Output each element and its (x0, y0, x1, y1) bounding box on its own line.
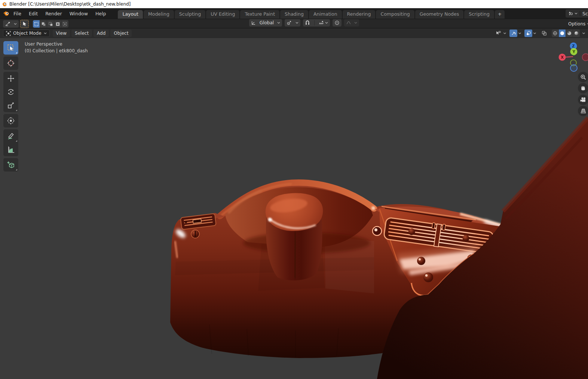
zoom-button[interactable] (578, 72, 588, 82)
chevron-down-icon (277, 21, 280, 24)
tab-geometry-nodes[interactable]: Geometry Nodes (415, 10, 463, 19)
tab-modeling[interactable]: Modeling (144, 10, 174, 19)
tool-transform[interactable] (3, 114, 18, 127)
chevron-down-icon (575, 12, 578, 15)
chevron-down-icon (295, 21, 298, 24)
chevron-down-icon (325, 21, 328, 24)
options-dropdown[interactable]: Options (566, 20, 588, 28)
tab-compositing[interactable]: Compositing (376, 10, 414, 19)
tab-texture-paint[interactable]: Texture Paint (240, 10, 279, 19)
workspace-tabs: Layout Modeling Sculpting UV Editing Tex… (118, 8, 505, 19)
pivot-point-dropdown[interactable] (285, 19, 300, 27)
tool-cursor[interactable] (3, 56, 18, 70)
gizmo-axis-z-neg[interactable] (570, 65, 577, 71)
chevron-down-icon[interactable] (582, 32, 585, 35)
menu-object[interactable]: Object (110, 30, 132, 37)
menu-help[interactable]: Help (92, 9, 110, 18)
toggle-orthographic-button[interactable] (578, 106, 588, 116)
scene-icon (568, 11, 573, 16)
perspective-grid-icon (580, 108, 587, 114)
menu-add[interactable]: Add (94, 30, 109, 37)
select-mode-extend[interactable] (40, 20, 47, 28)
active-tool-indicator-select-box[interactable] (20, 20, 29, 28)
chevron-down-icon[interactable] (503, 32, 506, 35)
3d-viewport[interactable]: User Perspective (0) Collection | etk800… (0, 38, 588, 379)
menu-view[interactable]: View (53, 30, 70, 37)
mode-dropdown[interactable]: Object Mode (3, 30, 50, 37)
tool-select-box[interactable] (3, 41, 18, 55)
add-cube-icon (7, 161, 15, 169)
tab-animation[interactable]: Animation (309, 10, 342, 19)
transform-orientation-dropdown[interactable]: Global (249, 19, 282, 27)
snap-toggle[interactable] (305, 20, 310, 25)
snap-increment-icon (318, 20, 324, 25)
shading-mode-segment (552, 30, 580, 37)
select-mode-subtract[interactable] (47, 20, 54, 28)
blender-window: Blender [C:\Users\Milen\Desktop\etk_dash… (0, 0, 588, 379)
pivot-icon (287, 20, 292, 25)
gizmo-axis-x-neg[interactable] (582, 54, 588, 61)
options-label: Options (568, 21, 585, 27)
viewport-header-right (494, 30, 585, 37)
tool-scale[interactable] (3, 99, 18, 112)
chevron-down-icon[interactable] (518, 32, 521, 35)
shading-rendered[interactable] (573, 30, 580, 37)
cursor-arrow-icon (22, 21, 27, 27)
chevron-down-icon (14, 22, 17, 25)
tab-scripting[interactable]: Scripting (464, 10, 494, 19)
move-icon (7, 74, 15, 83)
falloff-curve-icon (346, 20, 351, 25)
annotate-pen-icon (7, 132, 15, 140)
chevron-down-icon[interactable] (533, 32, 536, 35)
select-mode-set[interactable] (33, 20, 40, 28)
chevron-down-icon (44, 32, 47, 35)
object-visibility-dropdown[interactable] (494, 30, 502, 37)
navigation-gizmo[interactable]: Z Y X (554, 41, 588, 74)
snapping-widget (303, 19, 330, 27)
add-workspace-button[interactable]: + (495, 10, 505, 19)
tab-uv-editing[interactable]: UV Editing (206, 10, 239, 19)
tab-shading[interactable]: Shading (280, 10, 308, 19)
show-gizmo-toggle[interactable] (509, 30, 517, 37)
tab-layout[interactable]: Layout (118, 10, 143, 19)
shading-solid[interactable] (559, 30, 566, 37)
divider (314, 20, 315, 25)
blender-logo-icon[interactable] (3, 11, 10, 16)
menu-select[interactable]: Select (71, 30, 92, 37)
snap-target-dropdown[interactable] (318, 20, 328, 25)
tool-annotate[interactable] (3, 129, 18, 143)
camera-view-button[interactable] (578, 95, 588, 105)
scale-icon (7, 101, 15, 110)
pan-button[interactable] (578, 83, 588, 93)
menu-file[interactable]: File (10, 9, 25, 18)
toggle-xray[interactable] (540, 30, 548, 37)
scene-selector[interactable]: Sc (566, 9, 588, 18)
tool-measure[interactable] (3, 143, 18, 156)
camera-icon (580, 97, 587, 103)
gizmo-arrow-icon (511, 31, 516, 36)
menu-render[interactable]: Render (42, 9, 66, 18)
shading-wireframe[interactable] (552, 30, 559, 37)
3d-cursor-icon (7, 59, 15, 67)
active-object-path: (0) Collection | etk800_dash (25, 47, 88, 54)
start-button-ring (373, 227, 382, 235)
visibility-cursor-eye-icon (496, 31, 501, 36)
tool-move[interactable] (3, 72, 18, 85)
rotate-icon (7, 88, 15, 96)
tool-rotate[interactable] (3, 85, 18, 99)
select-mode-intersect[interactable] (61, 20, 68, 28)
scene-name-partial: Sc (582, 11, 588, 16)
active-tool-selector[interactable] (3, 20, 19, 28)
window-title: Blender [C:\Users\Milen\Desktop\etk_dash… (9, 1, 131, 7)
shading-material-preview[interactable] (566, 30, 573, 37)
proportional-falloff-dropdown[interactable] (344, 19, 359, 27)
show-overlays-toggle[interactable] (524, 30, 532, 37)
proportional-editing-toggle[interactable] (333, 19, 342, 27)
menu-window[interactable]: Window (66, 9, 92, 18)
menu-edit[interactable]: Edit (25, 9, 42, 18)
tab-sculpting[interactable]: Sculpting (175, 10, 205, 19)
console-knob (417, 257, 425, 265)
tool-add-cube[interactable] (3, 158, 18, 172)
tab-rendering[interactable]: Rendering (343, 10, 376, 19)
select-mode-invert[interactable] (54, 20, 61, 28)
